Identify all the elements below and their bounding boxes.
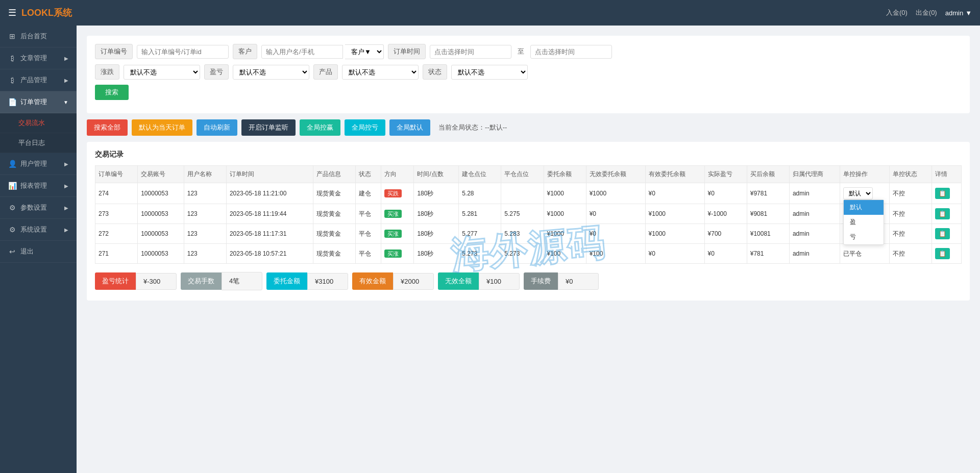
- open-price: 5.28: [459, 183, 501, 204]
- th-valid-entrust: 有效委托余额: [645, 166, 704, 183]
- product: 现货黄金: [313, 183, 355, 204]
- auto-refresh-button[interactable]: 自动刷新: [197, 119, 237, 136]
- product: 现货黄金: [313, 204, 355, 224]
- customer-label: 客户: [233, 44, 257, 59]
- sidebar-item-user[interactable]: 👤 用户管理 ▶: [0, 153, 77, 175]
- order-no-input[interactable]: [137, 45, 229, 59]
- stat-fee-label: 手续费: [524, 272, 558, 290]
- stat-invalid-value: ¥100: [479, 273, 520, 290]
- search-all-button[interactable]: 搜索全部: [87, 119, 128, 136]
- deposit-link[interactable]: 入金(0): [886, 8, 908, 17]
- sidebar-sub-item-log[interactable]: 平台日志: [0, 133, 77, 153]
- invalid-entrust: ¥0: [586, 204, 645, 224]
- sidebar-item-logout[interactable]: ↩ 退出: [0, 241, 77, 263]
- close-price: 5.273: [501, 244, 544, 264]
- order-arrow: ▼: [63, 99, 68, 105]
- sidebar-item-params[interactable]: ⚙ 参数设置 ▶: [0, 197, 77, 219]
- control-op-select[interactable]: 默认盈亏: [843, 187, 873, 200]
- stat-profit-label: 盈亏统计: [95, 272, 136, 290]
- sidebar-item-order-label: 订单管理: [20, 97, 47, 107]
- table-row: 274 10000053 123 2023-05-18 11:21:00 现货黄…: [95, 183, 962, 204]
- customer-type-select[interactable]: 客户▼: [345, 44, 384, 59]
- menu-icon[interactable]: ☰: [8, 7, 16, 18]
- top-header: ☰ LOOKL系统 入金(0) 出金(0) admin ▼: [0, 0, 980, 26]
- logo: LOOKL系统: [21, 7, 72, 19]
- after-balance: ¥781: [747, 244, 789, 264]
- profit-select[interactable]: 默认不选: [233, 65, 309, 80]
- control-status: 不控: [890, 244, 932, 264]
- sidebar-item-system[interactable]: ⚙ 系统设置 ▶: [0, 219, 77, 241]
- status-filter-label: 状态: [423, 64, 447, 80]
- rise-fall-select[interactable]: 默认不选: [124, 65, 200, 80]
- detail-button[interactable]: 📋: [935, 208, 950, 219]
- status: 平仓: [355, 224, 381, 244]
- filter-area: 订单编号 客户 客户▼ 订单时间 至 涨跌 默认不选 盈亏 默认不选: [87, 36, 970, 113]
- th-actual-profit: 实际盈亏: [704, 166, 747, 183]
- th-username: 用户名称: [184, 166, 226, 183]
- valid-entrust: ¥1000: [645, 224, 704, 244]
- order-icon: 📄: [8, 98, 16, 106]
- default-today-button[interactable]: 默认为当天订单: [132, 119, 192, 136]
- report-icon: 📊: [8, 182, 16, 190]
- article-icon: ₿: [8, 54, 16, 62]
- stat-valid: 有效金额 ¥2000: [352, 272, 434, 290]
- order-no: 273: [95, 204, 138, 224]
- status-select[interactable]: 默认不选: [451, 65, 528, 80]
- filter-row-3: 搜索: [95, 85, 962, 100]
- date-start-input[interactable]: [430, 45, 511, 59]
- admin-name: admin: [945, 9, 963, 17]
- sidebar-item-params-label: 参数设置: [20, 203, 47, 212]
- sidebar-item-dashboard[interactable]: ⊞ 后台首页: [0, 26, 77, 47]
- global-confirm-button[interactable]: 全局默认: [389, 119, 430, 136]
- detail-button[interactable]: 📋: [935, 248, 950, 259]
- sidebar-item-report[interactable]: 📊 报表管理 ▶: [0, 175, 77, 197]
- dropdown-item-default[interactable]: 默认: [844, 200, 884, 215]
- logout-icon: ↩: [8, 247, 16, 256]
- sidebar-item-article[interactable]: ₿ 文章管理 ▶: [0, 47, 77, 69]
- params-icon: ⚙: [8, 204, 16, 212]
- stat-trades-label: 交易手数: [181, 272, 222, 290]
- after-balance: ¥10081: [747, 224, 789, 244]
- dropdown-item-loss[interactable]: 亏: [844, 230, 884, 244]
- date-end-input[interactable]: [530, 45, 612, 59]
- table-title: 交易记录: [95, 150, 962, 159]
- stat-fee-value: ¥0: [558, 273, 599, 290]
- after-balance: ¥9081: [747, 204, 789, 224]
- search-button[interactable]: 搜索: [95, 85, 129, 100]
- product-icon: ₿: [8, 76, 16, 84]
- sidebar: ⊞ 后台首页 ₿ 文章管理 ▶ ₿ 产品管理 ▶ 📄 订单管理 ▼ 交易流水 平…: [0, 26, 77, 473]
- sidebar-item-product[interactable]: ₿ 产品管理 ▶: [0, 69, 77, 91]
- detail-button[interactable]: 📋: [935, 188, 950, 199]
- order-no: 272: [95, 224, 138, 244]
- sidebar-item-order[interactable]: 📄 订单管理 ▼: [0, 91, 77, 113]
- status: 平仓: [355, 244, 381, 264]
- entrust-balance: ¥1000: [544, 204, 586, 224]
- global-lose-button[interactable]: 全局控亏: [345, 119, 385, 136]
- invalid-entrust: ¥0: [586, 224, 645, 244]
- user-icon: 👤: [8, 160, 16, 168]
- entrust-balance: ¥1000: [544, 224, 586, 244]
- th-close-price: 平仓点位: [501, 166, 544, 183]
- admin-menu[interactable]: admin ▼: [945, 9, 972, 17]
- agent: admin: [789, 244, 840, 264]
- stat-entrust: 委托金额 ¥3100: [266, 272, 348, 290]
- order-time: 2023-05-18 11:17:31: [226, 224, 313, 244]
- open-monitor-button[interactable]: 开启订单监听: [241, 119, 296, 136]
- global-win-button[interactable]: 全局控赢: [300, 119, 340, 136]
- actual-profit: ¥-1000: [704, 204, 747, 224]
- sidebar-sub-item-flow[interactable]: 交易流水: [0, 113, 77, 133]
- product-select[interactable]: 默认不选: [342, 65, 419, 80]
- customer-input[interactable]: [261, 45, 343, 59]
- dropdown-item-profit[interactable]: 盈: [844, 215, 884, 230]
- sidebar-sub-order: 交易流水 平台日志: [0, 113, 77, 153]
- withdraw-link[interactable]: 出金(0): [916, 8, 937, 17]
- stat-entrust-value: ¥3100: [307, 273, 348, 290]
- sidebar-item-user-label: 用户管理: [20, 159, 47, 168]
- direction: 买涨: [381, 224, 414, 244]
- table-row: 271 10000053 123 2023-05-18 10:57:21 现货黄…: [95, 244, 962, 264]
- trade-account: 10000053: [138, 224, 184, 244]
- valid-entrust: ¥0: [645, 244, 704, 264]
- time-points: 180秒: [414, 224, 459, 244]
- detail-button[interactable]: 📋: [935, 228, 950, 239]
- article-arrow: ▶: [64, 56, 68, 61]
